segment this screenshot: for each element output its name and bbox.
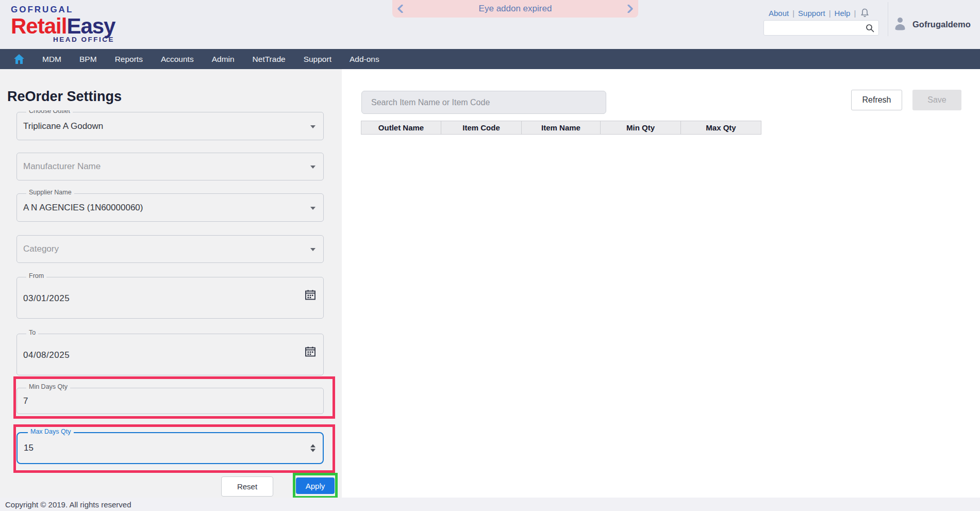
logo-brand-text: GOFRUGAL: [11, 5, 115, 15]
max-days-qty-input[interactable]: [24, 433, 302, 463]
from-date-value: 03/01/2025: [23, 293, 70, 304]
supplier-select[interactable]: Supplier Name A N AGENCIES (1N60000060): [16, 193, 324, 222]
supplier-value: A N AGENCIES (1N60000060): [23, 203, 143, 213]
apply-highlight-annotation: Apply: [293, 473, 338, 499]
nav-item-addons[interactable]: Add-ons: [350, 55, 379, 64]
to-date-field[interactable]: To 04/08/2025: [16, 334, 324, 375]
avatar-icon: [894, 17, 906, 32]
reorder-settings-panel: ReOrder Settings Choose Outlet Triplican…: [0, 69, 342, 498]
to-date-label: To: [26, 329, 38, 336]
banner-next-icon[interactable]: [623, 5, 638, 13]
footer: Copyright © 2019. All rights reserved: [0, 498, 980, 511]
chevron-down-icon: [310, 207, 315, 210]
logo-product-text: RetailEasy: [11, 15, 115, 38]
page-title: ReOrder Settings: [7, 89, 122, 105]
from-date-label: From: [26, 273, 46, 279]
global-search-input[interactable]: [767, 21, 863, 35]
to-date-value: 04/08/2025: [23, 350, 70, 360]
banner-prev-icon[interactable]: [392, 5, 408, 13]
chevron-down-icon: [310, 248, 315, 251]
link-separator: |: [829, 9, 831, 18]
nav-item-accounts[interactable]: Accounts: [161, 55, 194, 64]
nav-item-nettrade[interactable]: NetTrade: [253, 55, 286, 64]
save-button: Save: [912, 90, 961, 110]
column-header-item-name: Item Name: [522, 121, 601, 134]
max-days-qty-field: Max Days Qty: [16, 432, 324, 464]
app-header: GOFRUGAL RetailEasy HEAD OFFICE Eye addo…: [0, 0, 980, 49]
nav-item-mdm[interactable]: MDM: [42, 55, 61, 64]
header-links: About | Support | Help |: [769, 7, 869, 19]
home-icon[interactable]: [14, 54, 24, 64]
calendar-icon[interactable]: [305, 289, 316, 303]
category-placeholder: Category: [23, 244, 59, 254]
user-name-label: Gofrugaldemo: [912, 20, 971, 29]
search-icon[interactable]: [866, 24, 874, 35]
supplier-label: Supplier Name: [26, 189, 74, 196]
notification-bell-icon[interactable]: [860, 8, 869, 19]
notification-banner: Eye addon expired: [392, 0, 638, 18]
link-separator: |: [854, 9, 856, 18]
user-menu[interactable]: Gofrugaldemo: [894, 17, 971, 32]
min-days-qty-label: Min Days Qty: [26, 384, 70, 390]
nav-item-support[interactable]: Support: [304, 55, 331, 64]
about-link[interactable]: About: [769, 9, 789, 18]
refresh-button[interactable]: Refresh: [851, 90, 902, 110]
column-header-max-qty: Max Qty: [681, 121, 761, 134]
column-header-item-code: Item Code: [441, 121, 522, 134]
global-search-box: [763, 20, 879, 36]
app-logo: GOFRUGAL RetailEasy HEAD OFFICE: [11, 5, 115, 43]
help-link[interactable]: Help: [835, 9, 851, 18]
manufacturer-placeholder: Manufacturer Name: [23, 161, 101, 172]
nav-item-admin[interactable]: Admin: [212, 55, 235, 64]
nav-item-reports[interactable]: Reports: [115, 55, 143, 64]
items-table-header: Outlet Name Item Code Item Name Min Qty …: [361, 121, 761, 135]
number-stepper-icon[interactable]: [310, 444, 315, 452]
min-days-qty-field[interactable]: Min Days Qty 7: [16, 388, 324, 414]
item-search-box: [361, 91, 606, 114]
link-separator: |: [792, 9, 794, 18]
chevron-down-icon: [310, 166, 315, 169]
choose-outlet-select[interactable]: Choose Outlet Triplicane A Godown: [16, 112, 324, 140]
calendar-icon[interactable]: [305, 346, 316, 359]
choose-outlet-value: Triplicane A Godown: [23, 121, 103, 131]
apply-button[interactable]: Apply: [296, 477, 335, 494]
logo-subtitle: HEAD OFFICE: [53, 36, 115, 43]
main-nav: MDM BPM Reports Accounts Admin NetTrade …: [0, 49, 980, 69]
manufacturer-select[interactable]: Manufacturer Name: [16, 153, 324, 180]
item-search-input[interactable]: [362, 91, 606, 113]
column-header-min-qty: Min Qty: [601, 121, 681, 134]
support-link[interactable]: Support: [798, 9, 825, 18]
column-header-outlet-name: Outlet Name: [361, 121, 441, 134]
min-days-qty-value: 7: [23, 396, 28, 406]
category-select[interactable]: Category: [16, 235, 324, 263]
copyright-text: Copyright © 2019. All rights reserved: [5, 500, 131, 509]
nav-item-bpm[interactable]: BPM: [79, 55, 97, 64]
reset-button[interactable]: Reset: [221, 476, 273, 497]
header-divider: [888, 2, 888, 36]
banner-message: Eye addon expired: [408, 4, 623, 14]
choose-outlet-label: Choose Outlet: [26, 108, 73, 114]
from-date-field[interactable]: From 03/01/2025: [16, 277, 324, 319]
chevron-down-icon: [310, 125, 315, 128]
